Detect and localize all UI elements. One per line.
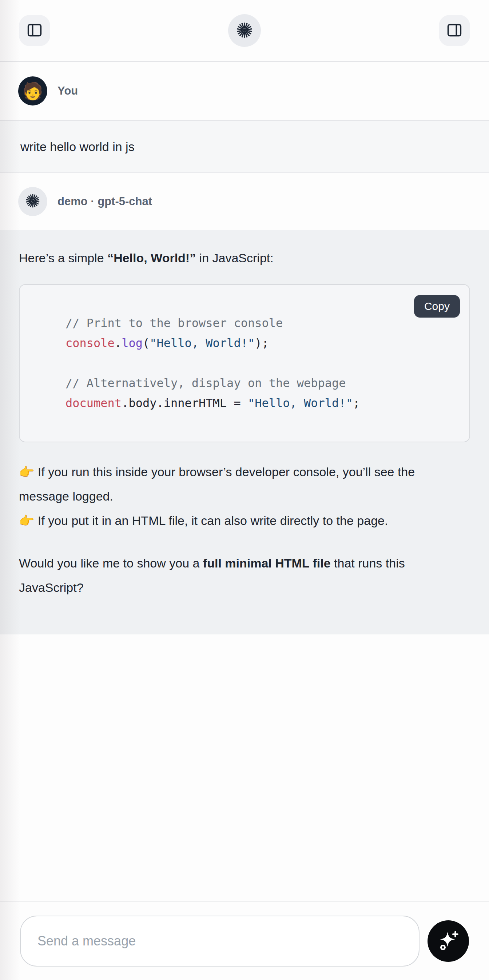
sparkles-icon [437, 929, 460, 953]
empty-area [0, 635, 489, 901]
composer-bar [0, 901, 489, 980]
copy-button[interactable]: Copy [414, 295, 460, 318]
code-line: // Alternatively, display on the webpage [37, 373, 452, 393]
note-line: 👉 If you put it in an HTML file, it can … [19, 509, 429, 533]
user-sender-name: You [57, 84, 78, 97]
user-sender-row: 🧑 You [0, 62, 489, 120]
intro-bold: “Hello, World!” [107, 251, 196, 265]
code-line: // Print to the browser console [37, 313, 452, 333]
person-emoji-icon: 🧑 [22, 81, 43, 101]
message-input[interactable] [20, 916, 419, 967]
assistant-question: Would you like me to show you a full min… [19, 551, 429, 600]
assistant-intro-text: Here’s a simple “Hello, World!” in JavaS… [19, 246, 429, 270]
starburst-icon [25, 193, 41, 210]
panel-right-icon [446, 22, 463, 40]
user-message-text: write hello world in js [21, 140, 135, 154]
model-button[interactable] [228, 14, 261, 47]
panel-left-icon [26, 22, 43, 40]
top-bar [0, 0, 489, 62]
note-line: 👉 If you run this inside your browser’s … [19, 460, 429, 509]
sidebar-toggle-button[interactable] [19, 15, 50, 46]
code-line-blank [37, 353, 452, 373]
assistant-sender-name: demo · gpt-5-chat [57, 195, 152, 208]
assistant-sender-row: demo · gpt-5-chat [0, 173, 489, 230]
code-line: console.log("Hello, World!"); [37, 333, 452, 353]
code-block: Copy // Print to the browser console con… [19, 284, 470, 442]
send-button[interactable] [427, 920, 469, 962]
question-pre: Would you like me to show you a [19, 556, 203, 570]
assistant-notes: 👉 If you run this inside your browser’s … [19, 460, 429, 533]
user-avatar: 🧑 [18, 76, 47, 105]
assistant-message: Here’s a simple “Hello, World!” in JavaS… [0, 230, 489, 635]
question-bold: full minimal HTML file [203, 556, 331, 570]
code-line: document.body.innerHTML = "Hello, World!… [37, 393, 452, 413]
user-message: write hello world in js [0, 120, 489, 173]
intro-pre: Here’s a simple [19, 251, 107, 265]
starburst-icon [236, 21, 253, 40]
intro-post: in JavaScript: [196, 251, 274, 265]
assistant-avatar [18, 187, 47, 216]
right-panel-toggle-button[interactable] [439, 15, 470, 46]
